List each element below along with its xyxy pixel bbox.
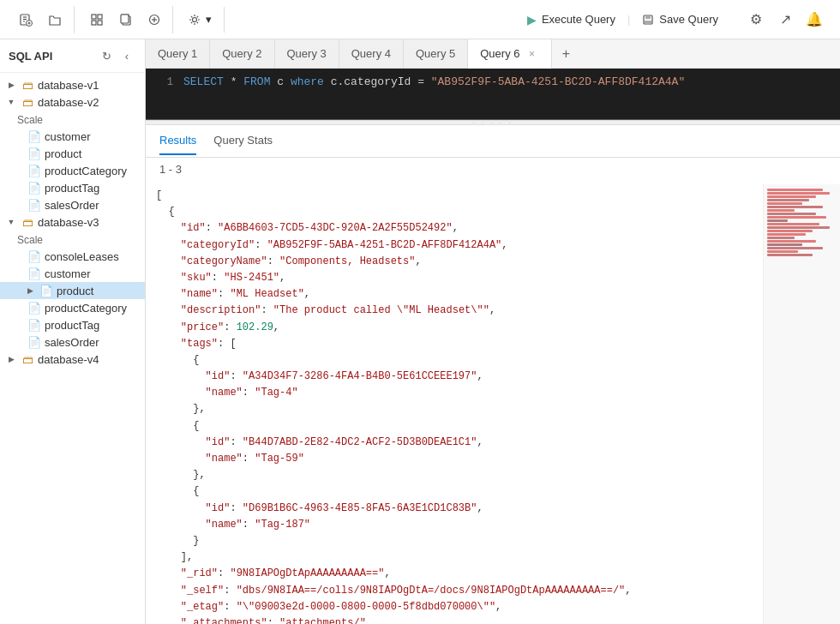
tab-query-5[interactable]: Query 5 — [404, 39, 468, 68]
svg-rect-18 — [645, 15, 651, 19]
execute-label: Execute Query — [542, 13, 615, 26]
sidebar-item-product-v3[interactable]: ▶ 📄 product — [0, 282, 145, 299]
svg-rect-12 — [121, 15, 129, 23]
editor-line-1: 1 SELECT * FROM c where c.categoryId = "… — [146, 75, 840, 88]
minimap-line — [767, 223, 819, 225]
sidebar-item-consoleleases-v3[interactable]: 📄 consoleLeases — [0, 248, 145, 265]
results-tab-stats[interactable]: Query Stats — [213, 127, 273, 155]
minimap-line — [767, 219, 788, 222]
sidebar-item-salesorder-v2[interactable]: 📄 salesOrder — [0, 196, 145, 213]
sidebar-item-productcategory-v2[interactable]: 📄 productCategory — [0, 162, 145, 179]
sidebar-item-database-v3[interactable]: ▼ 🗃 database-v3 — [0, 213, 145, 231]
json-content: [ { "id": "A6BB4603-7CD5-43DC-920A-2A2F5… — [146, 184, 763, 624]
minimap-line — [767, 213, 816, 215]
sidebar-label-consoleleases-v3: consoleLeases — [45, 250, 140, 263]
collection-icon: 📄 — [27, 129, 41, 143]
sidebar-item-customer-v3[interactable]: 📄 customer — [0, 265, 145, 282]
svg-rect-7 — [92, 15, 96, 19]
results-json[interactable]: [ { "id": "A6BB4603-7CD5-43DC-920A-2A2F5… — [146, 181, 840, 624]
sidebar-header: SQL API ↻ ‹ — [0, 39, 145, 73]
results-area: Results Query Stats 1 - 3 [ { "id": "A6B… — [146, 125, 840, 624]
new-collection-btn[interactable] — [141, 7, 167, 33]
collection-icon: 📄 — [27, 318, 41, 332]
sidebar-item-customer-v2[interactable]: 📄 customer — [0, 128, 145, 145]
sidebar-item-database-v1[interactable]: ▶ 🗃 database-v1 — [0, 76, 145, 93]
collection-icon: 📄 — [27, 335, 41, 349]
minimap-line — [767, 216, 826, 219]
minimap-line — [767, 233, 806, 236]
sidebar-item-salesorder-v3[interactable]: 📄 salesOrder — [0, 333, 145, 351]
collection-icon: 📄 — [27, 198, 41, 212]
sidebar-label-product-v2: product — [45, 147, 140, 160]
svg-rect-10 — [98, 21, 102, 25]
collection-icon: 📄 — [27, 164, 41, 177]
toggle-database-v1[interactable]: ▶ — [5, 79, 17, 91]
sidebar-label-producttag-v2: productTag — [45, 182, 140, 195]
minimap-line — [767, 240, 816, 243]
tab-query-6[interactable]: Query 6 × — [468, 39, 551, 69]
tab-query-1[interactable]: Query 1 — [146, 39, 210, 68]
collection-icon: 📄 — [27, 147, 41, 160]
share-btn[interactable]: ↗ — [771, 6, 799, 33]
tab-query-2[interactable]: Query 2 — [210, 39, 274, 68]
minimap-line — [767, 199, 809, 201]
execute-query-btn[interactable]: ▶ Execute Query — [519, 9, 624, 30]
tab-query-4[interactable]: Query 4 — [339, 39, 404, 68]
tab-label-4: Query 4 — [351, 47, 391, 60]
sidebar-label-product-v3: product — [57, 285, 140, 297]
tab-label-6: Query 6 — [480, 47, 519, 60]
sidebar-label-salesorder-v2: salesOrder — [45, 199, 140, 212]
results-json-container: [ { "id": "A6BB4603-7CD5-43DC-920A-2A2F5… — [146, 181, 840, 624]
minimap-content — [764, 184, 840, 261]
sidebar-label-customer-v3: customer — [45, 267, 140, 280]
minimap-line — [767, 226, 830, 229]
json-outer: [ { "id": "A6BB4603-7CD5-43DC-920A-2A2F5… — [146, 184, 840, 624]
sidebar-label-productcategory-v2: productCategory — [45, 165, 140, 177]
collection-icon: 📄 — [27, 267, 41, 280]
sidebar: SQL API ↻ ‹ ▶ 🗃 database-v1 ▼ 🗃 database… — [0, 39, 146, 624]
sidebar-title: SQL API — [9, 50, 52, 63]
tab-close-6[interactable]: × — [525, 47, 539, 61]
new-tab-btn[interactable]: + — [552, 39, 581, 68]
minimap-line — [767, 237, 795, 239]
settings-dropdown-btn[interactable]: ▾ — [182, 7, 219, 33]
new-query-btn[interactable] — [12, 6, 39, 33]
toolbar-group-right: ⚙ ↗ 🔔 — [737, 6, 833, 33]
copy-btn[interactable] — [112, 6, 140, 33]
sidebar-collapse-btn[interactable]: ‹ — [117, 46, 136, 65]
notifications-btn[interactable]: 🔔 — [801, 6, 828, 33]
sidebar-label-database-v2: database-v2 — [38, 96, 140, 109]
sidebar-scale-v2: Scale — [0, 111, 145, 128]
database-icon-v3: 🗃 — [21, 215, 34, 229]
minimap-line — [767, 209, 795, 212]
minimap-line — [767, 254, 813, 256]
database-icon-v4: 🗃 — [21, 352, 34, 366]
settings-gear-btn[interactable]: ⚙ — [742, 6, 770, 33]
tab-label-3: Query 3 — [287, 47, 327, 60]
toggle-product-v3[interactable]: ▶ — [24, 285, 36, 297]
sidebar-item-database-v4[interactable]: ▶ 🗃 database-v4 — [0, 351, 145, 368]
toggle-database-v3[interactable]: ▼ — [5, 216, 17, 228]
sidebar-item-producttag-v3[interactable]: 📄 productTag — [0, 316, 145, 333]
database-icon: 🗃 — [21, 78, 34, 92]
sidebar-item-database-v2[interactable]: ▼ 🗃 database-v2 — [0, 93, 145, 111]
editor-area[interactable]: 1 SELECT * FROM c where c.categoryId = "… — [146, 69, 840, 120]
open-query-btn[interactable] — [41, 6, 69, 33]
sidebar-label-productcategory-v3: productCategory — [45, 302, 140, 315]
sidebar-label-database-v3: database-v3 — [38, 216, 140, 229]
sidebar-item-producttag-v2[interactable]: 📄 productTag — [0, 179, 145, 196]
toolbar-group-settings: ▾ — [177, 7, 225, 33]
toggle-database-v2[interactable]: ▼ — [5, 96, 17, 108]
svg-rect-9 — [92, 21, 96, 25]
minimap-line — [767, 195, 816, 198]
sidebar-refresh-btn[interactable]: ↻ — [97, 46, 116, 65]
sidebar-scale-v3: Scale — [0, 231, 145, 248]
toggle-database-v4[interactable]: ▶ — [5, 353, 17, 365]
save-query-btn[interactable]: Save Query — [633, 9, 727, 29]
tab-query-3[interactable]: Query 3 — [275, 39, 339, 68]
grid-view-btn[interactable] — [83, 6, 111, 33]
editor-content[interactable]: SELECT * FROM c where c.categoryId = "AB… — [183, 75, 833, 88]
results-tab-results[interactable]: Results — [159, 127, 196, 155]
sidebar-item-productcategory-v3[interactable]: 📄 productCategory — [0, 299, 145, 316]
sidebar-item-product-v2[interactable]: 📄 product — [0, 145, 145, 162]
